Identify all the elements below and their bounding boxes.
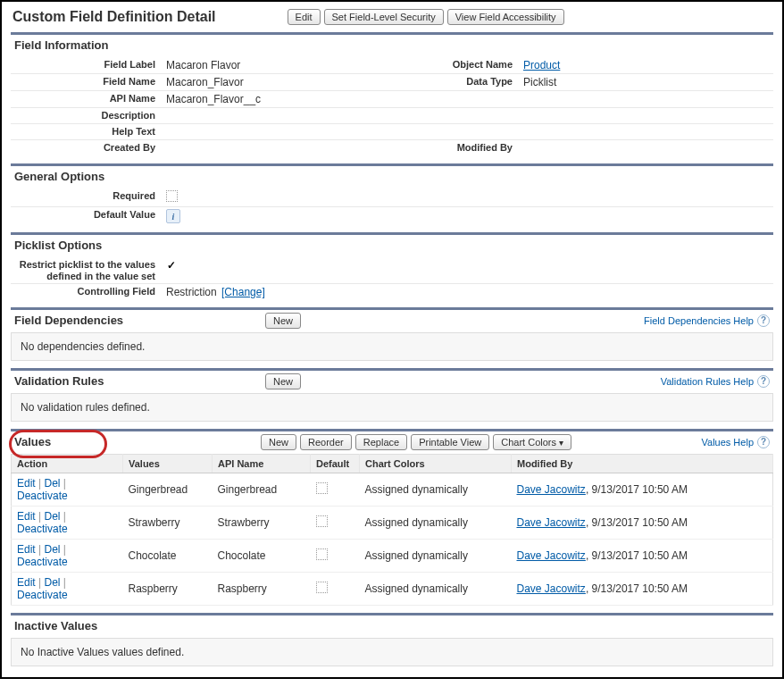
row-modified-by-name[interactable]: Dave Jacowitz (517, 483, 586, 496)
values-new-button[interactable]: New (261, 434, 296, 450)
col-default: Default (311, 455, 360, 473)
validation-rules-help-link[interactable]: Validation Rules Help (661, 376, 754, 387)
required-label: Required (11, 188, 163, 206)
values-title: Values (14, 435, 51, 448)
data-type-value: Picklist (520, 74, 645, 90)
row-api-name: Raspberry (213, 573, 311, 606)
edit-button[interactable]: Edit (288, 9, 321, 25)
data-type-label: Data Type (413, 74, 520, 90)
row-default-checkbox (316, 482, 328, 494)
row-api-name: Chocolate (213, 540, 311, 573)
page-header: Custom Field Definition Detail Edit Set … (5, 5, 779, 32)
row-modified-by-name[interactable]: Dave Jacowitz (517, 516, 586, 529)
object-name-label: Object Name (413, 57, 520, 73)
controlling-field-label: Controlling Field (11, 284, 163, 300)
col-values: Values (123, 455, 213, 473)
default-value-label: Default Value (11, 207, 163, 225)
row-deactivate-link[interactable]: Deactivate (17, 490, 68, 502)
picklist-options-title: Picklist Options (11, 237, 773, 257)
field-dependencies-help-link[interactable]: Field Dependencies Help (644, 315, 754, 326)
row-edit-link[interactable]: Edit (17, 543, 36, 556)
field-label-value: Macaron Flavor (163, 57, 413, 73)
inactive-values-section: Inactive Values No Inactive Values value… (11, 613, 773, 666)
row-default-checkbox (316, 548, 328, 560)
row-modified-by-date: , 9/13/2017 10:50 AM (586, 483, 688, 496)
validation-rules-new-button[interactable]: New (265, 373, 301, 389)
values-section: Values New Reorder Replace Printable Vie… (11, 429, 773, 606)
field-information-title: Field Information (11, 37, 773, 57)
col-action: Action (12, 455, 123, 473)
row-value: Strawberry (123, 507, 213, 540)
description-label: Description (11, 108, 163, 123)
controlling-field-value: Restriction (166, 286, 217, 298)
inactive-values-title: Inactive Values (11, 617, 773, 638)
table-row: Edit | Del | DeactivateRaspberryRaspberr… (12, 573, 773, 606)
row-edit-link[interactable]: Edit (17, 477, 36, 490)
row-value: Chocolate (123, 540, 213, 573)
description-value (163, 108, 773, 123)
created-by-label: Created By (11, 140, 163, 156)
values-chart-colors-button[interactable]: Chart Colors (493, 434, 571, 450)
field-information-section: Field Information Field Label Macaron Fl… (11, 32, 773, 156)
row-modified-by-date: , 9/13/2017 10:50 AM (586, 549, 688, 562)
validation-rules-title: Validation Rules (14, 374, 104, 388)
restrict-label: Restrict picklist to the values defined … (11, 257, 163, 283)
field-dependencies-new-button[interactable]: New (265, 313, 301, 329)
set-field-level-security-button[interactable]: Set Field-Level Security (324, 9, 444, 25)
values-replace-button[interactable]: Replace (355, 434, 407, 450)
col-modified-by: Modified By (512, 455, 773, 473)
row-chart-colors: Assigned dynamically (360, 540, 512, 573)
row-edit-link[interactable]: Edit (17, 510, 36, 523)
restrict-checkbox (166, 261, 178, 272)
values-help-link[interactable]: Values Help (702, 437, 755, 448)
values-printable-view-button[interactable]: Printable View (411, 434, 489, 450)
row-api-name: Gingerbread (213, 473, 311, 507)
row-default-checkbox (316, 582, 328, 593)
object-name-link[interactable]: Product (523, 59, 560, 71)
validation-rules-section: Validation Rules New Validation Rules He… (11, 368, 773, 422)
help-icon[interactable]: ? (757, 436, 770, 448)
api-name-label: API Name (11, 91, 163, 107)
inactive-values-message: No Inactive Values values defined. (11, 638, 773, 666)
field-name-value: Macaron_Flavor (163, 74, 413, 90)
page-title: Custom Field Definition Detail (13, 9, 216, 25)
row-deactivate-link[interactable]: Deactivate (17, 589, 68, 601)
table-row: Edit | Del | DeactivateGingerbreadGinger… (12, 473, 773, 507)
row-chart-colors: Assigned dynamically (360, 507, 512, 540)
row-modified-by-date: , 9/13/2017 10:50 AM (586, 516, 688, 529)
col-chart-colors: Chart Colors (360, 455, 512, 473)
field-name-label: Field Name (11, 74, 163, 90)
view-field-accessibility-button[interactable]: View Field Accessibility (447, 9, 564, 25)
row-value: Gingerbread (123, 473, 213, 507)
row-api-name: Strawberry (213, 507, 311, 540)
values-table: Action Values API Name Default Chart Col… (11, 454, 773, 606)
field-dependencies-message: No dependencies defined. (11, 332, 773, 361)
row-del-link[interactable]: Del (44, 576, 60, 589)
field-dependencies-title: Field Dependencies (14, 314, 123, 327)
api-name-value: Macaron_Flavor__c (163, 91, 773, 107)
row-deactivate-link[interactable]: Deactivate (17, 556, 68, 568)
general-options-title: General Options (11, 168, 773, 188)
header-buttons: Edit Set Field-Level Security View Field… (288, 9, 564, 25)
validation-rules-message: No validation rules defined. (11, 393, 773, 422)
help-icon[interactable]: ? (757, 375, 770, 388)
row-value: Raspberry (123, 573, 213, 606)
controlling-field-change-link[interactable]: [Change] (221, 286, 265, 298)
row-chart-colors: Assigned dynamically (360, 473, 512, 507)
help-text-label: Help Text (11, 124, 163, 139)
row-del-link[interactable]: Del (44, 477, 60, 490)
info-icon[interactable]: i (166, 209, 180, 223)
row-modified-by-name[interactable]: Dave Jacowitz (517, 549, 586, 562)
row-modified-by-date: , 9/13/2017 10:50 AM (586, 582, 688, 595)
created-by-value (163, 140, 413, 156)
help-icon[interactable]: ? (757, 314, 770, 327)
row-modified-by-name[interactable]: Dave Jacowitz (517, 582, 586, 595)
row-deactivate-link[interactable]: Deactivate (17, 523, 68, 535)
row-del-link[interactable]: Del (44, 510, 60, 523)
row-chart-colors: Assigned dynamically (360, 573, 512, 606)
values-reorder-button[interactable]: Reorder (300, 434, 352, 450)
col-api-name: API Name (213, 455, 311, 473)
table-row: Edit | Del | DeactivateStrawberryStrawbe… (12, 507, 773, 540)
row-edit-link[interactable]: Edit (17, 576, 36, 589)
row-del-link[interactable]: Del (44, 543, 60, 556)
